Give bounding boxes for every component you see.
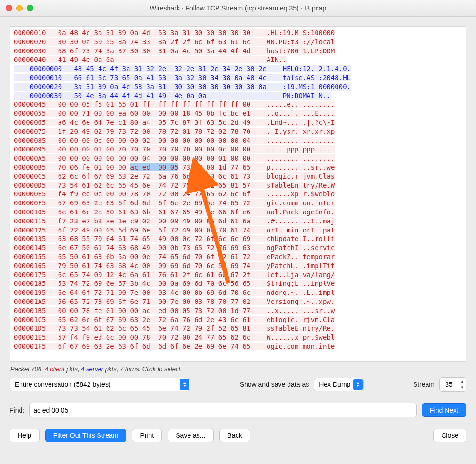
- find-label: Find:: [10, 406, 24, 414]
- find-next-button[interactable]: Find Next: [422, 403, 466, 417]
- packet-status-line[interactable]: Packet 706. 4 client pkts, 4 server pkts…: [10, 365, 466, 373]
- print-button[interactable]: Print: [132, 429, 162, 442]
- show-as-label: Show and save data as: [240, 381, 309, 388]
- stream-number-input[interactable]: [440, 380, 458, 389]
- close-window-button[interactable]: [6, 5, 12, 11]
- close-button[interactable]: Close: [433, 429, 466, 442]
- zoom-window-button[interactable]: [27, 5, 33, 11]
- back-button[interactable]: Back: [219, 429, 250, 442]
- titlebar: Wireshark · Follow TCP Stream (tcp.strea…: [0, 0, 476, 17]
- filter-out-stream-button[interactable]: Filter Out This Stream: [45, 429, 127, 442]
- stream-number-spinner[interactable]: ▲▼: [439, 377, 466, 392]
- minimize-window-button[interactable]: [16, 5, 23, 11]
- format-select[interactable]: Hex Dump: [314, 378, 364, 391]
- chevron-up-icon[interactable]: ▲: [458, 378, 466, 384]
- help-button[interactable]: Help: [10, 429, 40, 442]
- stream-label: Stream: [413, 381, 435, 388]
- chevron-down-icon[interactable]: ▼: [458, 384, 466, 391]
- save-as-button[interactable]: Save as...: [168, 429, 213, 442]
- conversation-select[interactable]: Entire conversation (5842 bytes): [10, 378, 190, 391]
- window-title: Wireshark · Follow TCP Stream (tcp.strea…: [0, 4, 476, 12]
- find-input[interactable]: [29, 403, 417, 417]
- hex-dump-panel[interactable]: 00000010 0a 48 4c 3a 31 39 0a 4d 53 3a 3…: [10, 26, 466, 362]
